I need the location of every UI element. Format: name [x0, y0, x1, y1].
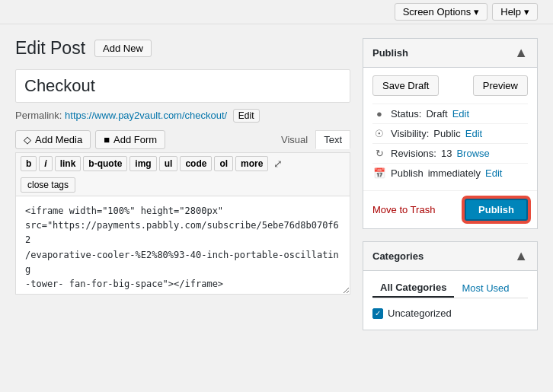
right-column: Publish ▲ Save Draft Preview ● Status: D…	[363, 38, 538, 343]
link-button[interactable]: link	[55, 156, 82, 171]
uncategorized-label: Uncategorized	[388, 308, 452, 319]
bquote-button[interactable]: b-quote	[83, 156, 127, 171]
revisions-browse-link[interactable]: Browse	[456, 148, 489, 159]
chevron-down-icon: ▾	[474, 6, 479, 18]
post-editor[interactable]	[15, 196, 350, 295]
publish-button[interactable]: Publish	[465, 199, 528, 221]
most-used-tab[interactable]: Most Used	[454, 279, 516, 298]
revisions-label: Revisions:	[391, 148, 436, 159]
bold-button[interactable]: b	[21, 156, 37, 171]
format-bar-2: close tags	[15, 174, 350, 196]
publish-toggle-icon[interactable]: ▲	[514, 45, 528, 61]
ol-button[interactable]: ol	[214, 156, 233, 171]
all-categories-tab[interactable]: All Categories	[372, 279, 454, 298]
status-icon: ●	[372, 108, 386, 120]
publish-time-edit-link[interactable]: Edit	[485, 167, 502, 179]
more-button[interactable]: more	[235, 156, 268, 171]
close-tags-button[interactable]: close tags	[21, 177, 75, 193]
status-label: Status:	[391, 108, 421, 120]
status-edit-link[interactable]: Edit	[452, 108, 469, 120]
publish-action-buttons: Save Draft Preview	[372, 75, 528, 96]
permalink-link[interactable]: https://www.pay2vault.com/checkout/	[65, 110, 227, 121]
left-column: Edit Post Add New Permalink: https://www…	[15, 38, 350, 343]
main-layout: Edit Post Add New Permalink: https://www…	[0, 24, 553, 356]
img-button[interactable]: img	[129, 156, 156, 171]
categories-panel: Categories ▲ All Categories Most Used ✓ …	[363, 241, 538, 330]
help-button[interactable]: Help ▾	[492, 3, 538, 21]
permalink-edit-button[interactable]: Edit	[233, 109, 260, 123]
visibility-icon: ☉	[372, 128, 386, 139]
add-new-button[interactable]: Add New	[94, 40, 152, 57]
code-button[interactable]: code	[180, 156, 212, 171]
add-form-button[interactable]: ■ Add Form	[95, 130, 165, 149]
revisions-value: 13	[441, 148, 452, 159]
move-to-trash-link[interactable]: Move to Trash	[372, 204, 435, 215]
tab-visual[interactable]: Visual	[273, 130, 315, 149]
fullscreen-button[interactable]: ⤢	[270, 156, 286, 171]
editor-toolbar-row: ◇ Add Media ■ Add Form Visual Text	[15, 130, 350, 149]
italic-button[interactable]: i	[39, 156, 52, 171]
revisions-icon: ↻	[372, 148, 386, 159]
toolbar-right: Visual Text	[273, 130, 350, 149]
uncategorized-checkbox[interactable]: ✓	[372, 308, 383, 319]
permalink-row: Permalink: https://www.pay2vault.com/che…	[15, 109, 350, 123]
publish-panel-title: Publish	[372, 47, 408, 59]
publish-panel-header: Publish ▲	[363, 39, 537, 68]
screen-options-button[interactable]: Screen Options ▾	[395, 3, 488, 21]
form-icon: ■	[104, 134, 110, 145]
publish-time-value: immediately	[428, 167, 481, 179]
save-draft-button[interactable]: Save Draft	[372, 75, 439, 96]
status-value: Draft	[426, 108, 447, 120]
categories-tabs: All Categories Most Used	[372, 279, 528, 298]
toolbar-left: ◇ Add Media ■ Add Form	[15, 130, 165, 149]
help-label: Help	[500, 6, 521, 18]
add-media-button[interactable]: ◇ Add Media	[15, 130, 91, 149]
categories-panel-body: All Categories Most Used ✓ Uncategorized	[363, 271, 537, 330]
page-title: Edit Post	[15, 38, 85, 59]
media-icon: ◇	[24, 134, 31, 145]
visibility-label: Visibility:	[391, 128, 429, 139]
visibility-row: ☉ Visibility: Public Edit	[372, 123, 528, 143]
top-bar: Screen Options ▾ Help ▾	[0, 0, 553, 24]
revisions-row: ↻ Revisions: 13 Browse	[372, 143, 528, 163]
publish-time-row: 📅 Publish immediately Edit	[372, 163, 528, 183]
publish-panel-footer: Move to Trash Publish	[363, 190, 537, 228]
tab-text[interactable]: Text	[315, 130, 350, 149]
status-row: ● Status: Draft Edit	[372, 104, 528, 123]
calendar-icon: 📅	[372, 167, 386, 179]
permalink-label: Permalink:	[15, 110, 62, 121]
visibility-edit-link[interactable]: Edit	[465, 128, 482, 139]
chevron-down-icon: ▾	[524, 6, 529, 18]
categories-toggle-icon[interactable]: ▲	[514, 248, 528, 264]
category-item-uncategorized: ✓ Uncategorized	[372, 304, 528, 322]
format-bar: b i link b-quote img ul code ol more ⤢	[15, 152, 350, 174]
visibility-value: Public	[433, 128, 460, 139]
post-title-input[interactable]	[15, 69, 350, 103]
publish-time-label: Publish	[391, 167, 424, 179]
categories-panel-title: Categories	[372, 250, 424, 262]
categories-panel-header: Categories ▲	[363, 242, 537, 271]
ul-button[interactable]: ul	[159, 156, 178, 171]
page-title-row: Edit Post Add New	[15, 38, 350, 59]
screen-options-label: Screen Options	[403, 6, 471, 18]
publish-panel: Publish ▲ Save Draft Preview ● Status: D…	[363, 38, 538, 229]
preview-button[interactable]: Preview	[473, 75, 528, 96]
publish-panel-body: Save Draft Preview ● Status: Draft Edit …	[363, 68, 537, 190]
